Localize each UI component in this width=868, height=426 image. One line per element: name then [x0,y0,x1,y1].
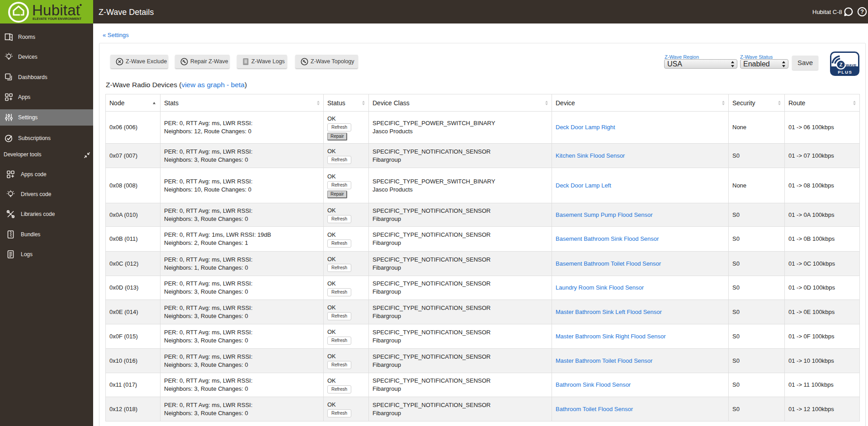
svg-text:PLUS: PLUS [838,70,853,75]
svg-text:ELEVATE YOUR ENVIRONMENT: ELEVATE YOUR ENVIRONMENT [33,17,82,20]
svg-text:Hubitat: Hubitat [32,2,80,19]
svg-text:?: ? [860,9,864,15]
svg-text:Z: Z [840,62,843,67]
svg-text:WAVE: WAVE [846,63,857,67]
